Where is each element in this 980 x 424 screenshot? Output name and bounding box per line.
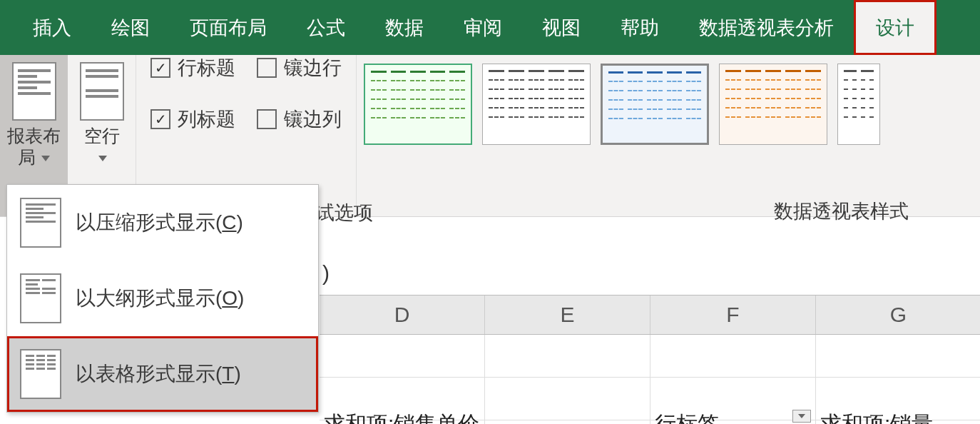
menu-tabular-form[interactable]: 以表格形式显示(T) bbox=[7, 336, 318, 412]
banded-rows-checkbox[interactable]: 镶边行 bbox=[257, 55, 342, 81]
formula-bar-fragment: ) bbox=[322, 261, 330, 286]
tab-insert[interactable]: 插入 bbox=[13, 0, 91, 55]
chevron-down-icon bbox=[40, 147, 50, 167]
cell[interactable] bbox=[485, 335, 650, 378]
filter-dropdown-icon[interactable] bbox=[792, 410, 811, 423]
banded-rows-label: 镶边行 bbox=[284, 55, 342, 81]
outline-form-icon bbox=[20, 273, 61, 323]
col-header-f[interactable]: F bbox=[650, 296, 816, 334]
chevron-down-icon bbox=[97, 147, 107, 167]
menu-compact-form[interactable]: 以压缩形式显示(C) bbox=[7, 185, 318, 261]
row-headers-checkbox[interactable]: ✓ 行标题 bbox=[150, 55, 235, 81]
banded-cols-checkbox[interactable]: 镶边列 bbox=[257, 106, 342, 132]
style-gallery bbox=[357, 55, 980, 145]
banded-cols-label: 镶边列 bbox=[284, 106, 342, 132]
cell[interactable] bbox=[650, 335, 816, 378]
tab-help[interactable]: 帮助 bbox=[601, 0, 679, 55]
spreadsheet: D E F G bbox=[320, 295, 980, 420]
menu-outline-label: 以大纲形式显示(O) bbox=[76, 285, 244, 312]
tab-data[interactable]: 数据 bbox=[365, 0, 444, 55]
report-layout-label: 报表布局 bbox=[7, 126, 61, 167]
tab-draw[interactable]: 绘图 bbox=[91, 0, 170, 55]
menu-compact-label: 以压缩形式显示(C) bbox=[76, 209, 243, 236]
style-thumb-1[interactable] bbox=[364, 64, 472, 145]
row-labels-text: 行标签 bbox=[655, 410, 719, 424]
tab-page-layout[interactable]: 页面布局 bbox=[170, 0, 287, 55]
partial-data-row: 求和项:销售单价 行标签 求和项:销量 bbox=[320, 410, 980, 424]
style-options-label-fragment: 试选项 bbox=[315, 200, 373, 226]
col-header-g[interactable]: G bbox=[816, 296, 980, 334]
col-header-e[interactable]: E bbox=[485, 296, 650, 334]
style-thumb-4[interactable] bbox=[719, 64, 827, 145]
tab-pivot-analyze[interactable]: 数据透视表分析 bbox=[679, 0, 854, 55]
tabular-form-icon bbox=[20, 349, 61, 399]
tab-view[interactable]: 视图 bbox=[522, 0, 601, 55]
tab-formulas[interactable]: 公式 bbox=[287, 0, 365, 55]
menu-outline-form[interactable]: 以大纲形式显示(O) bbox=[7, 261, 318, 336]
tab-review[interactable]: 审阅 bbox=[444, 0, 522, 55]
menu-tabular-label: 以表格形式显示(T) bbox=[76, 360, 241, 388]
col-headers-checkbox[interactable]: ✓ 列标题 bbox=[150, 106, 235, 132]
cell-sum-qty[interactable]: 求和项:销量 bbox=[816, 410, 980, 424]
empty-row bbox=[320, 335, 980, 378]
cell-empty[interactable] bbox=[485, 410, 650, 424]
blank-rows-label: 空行 bbox=[84, 126, 120, 146]
cell[interactable] bbox=[816, 335, 980, 378]
ribbon-tabs: 插入 绘图 页面布局 公式 数据 审阅 视图 帮助 数据透视表分析 设计 bbox=[0, 0, 980, 55]
style-thumb-5[interactable] bbox=[837, 64, 880, 145]
checkbox-unchecked-icon bbox=[257, 58, 277, 78]
checkbox-unchecked-icon bbox=[257, 109, 277, 129]
report-layout-icon bbox=[12, 62, 56, 121]
checkbox-checked-icon: ✓ bbox=[150, 58, 170, 78]
style-thumb-2[interactable] bbox=[482, 64, 591, 145]
cell-row-labels[interactable]: 行标签 bbox=[650, 410, 816, 424]
report-layout-menu: 以压缩形式显示(C) 以大纲形式显示(O) 以表格形式显示(T) bbox=[6, 184, 319, 413]
col-header-d[interactable]: D bbox=[320, 296, 485, 334]
cell-sum-price[interactable]: 求和项:销售单价 bbox=[320, 410, 485, 424]
col-headers-label: 列标题 bbox=[178, 106, 235, 132]
row-headers-label: 行标题 bbox=[178, 55, 235, 81]
styles-group bbox=[356, 55, 980, 216]
cell[interactable] bbox=[320, 335, 485, 378]
checkbox-checked-icon: ✓ bbox=[150, 109, 170, 129]
style-thumb-3[interactable] bbox=[601, 64, 709, 145]
blank-rows-icon bbox=[80, 62, 124, 121]
column-headers: D E F G bbox=[320, 295, 980, 335]
compact-form-icon bbox=[20, 198, 61, 248]
tab-design[interactable]: 设计 bbox=[854, 0, 936, 55]
styles-group-label: 数据透视表样式 bbox=[774, 198, 909, 224]
